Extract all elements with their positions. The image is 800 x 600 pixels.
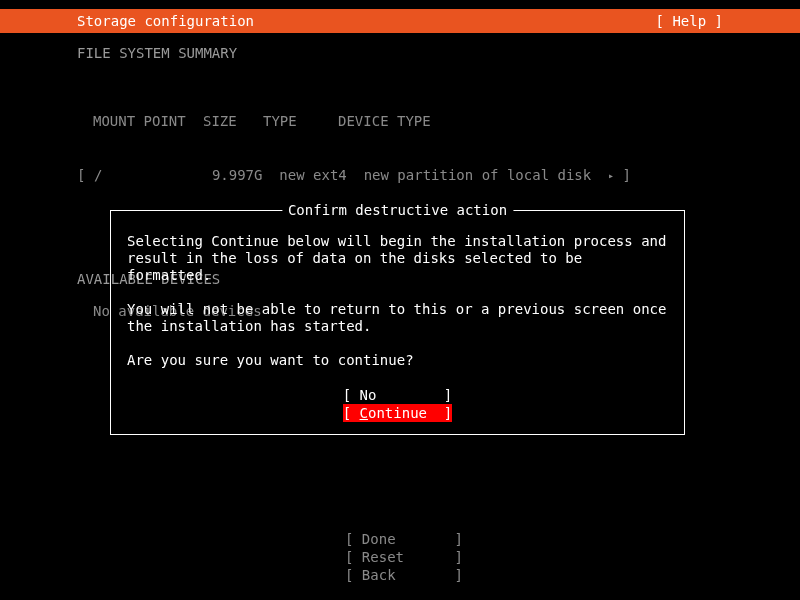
continue-button[interactable]: [ Continue ] — [343, 404, 453, 422]
table-row[interactable]: [ / 9.997G new ext4 new partition of loc… — [77, 166, 723, 185]
dialog-button-row: [ No ] [ Continue ] — [127, 386, 668, 422]
help-button[interactable]: [ Help ] — [656, 9, 723, 33]
no-button[interactable]: [ No ] — [343, 386, 453, 404]
size-value: 9.997G — [212, 167, 263, 183]
dialog-paragraph-2: You will not be able to return to this o… — [127, 301, 668, 335]
col-device: DEVICE TYPE — [338, 112, 431, 130]
col-size: SIZE — [203, 112, 263, 130]
reset-button[interactable]: [ Reset ] — [345, 548, 455, 566]
device-value: new partition of local disk — [364, 167, 592, 183]
col-mount: MOUNT POINT — [77, 112, 203, 130]
dialog-paragraph-1: Selecting Continue below will begin the … — [127, 233, 668, 284]
dialog-paragraph-3: Are you sure you want to continue? — [127, 352, 668, 369]
col-type: TYPE — [263, 112, 338, 130]
footer-button-row: [ Done ] [ Reset ] [ Back ] — [0, 530, 800, 584]
summary-columns: MOUNT POINT SIZE TYPE DEVICE TYPE — [77, 112, 723, 130]
screen-title: Storage configuration — [77, 9, 254, 33]
confirm-dialog: Confirm destructive action Selecting Con… — [110, 210, 685, 435]
mount-value: / — [94, 167, 102, 183]
filesystem-summary-table: MOUNT POINT SIZE TYPE DEVICE TYPE [ / 9.… — [77, 76, 723, 221]
type-value: new ext4 — [279, 167, 346, 183]
done-button[interactable]: [ Done ] — [345, 530, 455, 548]
filesystem-summary-header: FILE SYSTEM SUMMARY — [77, 44, 723, 62]
title-bar: Storage configuration [ Help ] — [0, 9, 800, 33]
back-button[interactable]: [ Back ] — [345, 566, 455, 584]
chevron-right-icon: ▸ — [608, 170, 614, 181]
dialog-title: Confirm destructive action — [282, 201, 513, 219]
